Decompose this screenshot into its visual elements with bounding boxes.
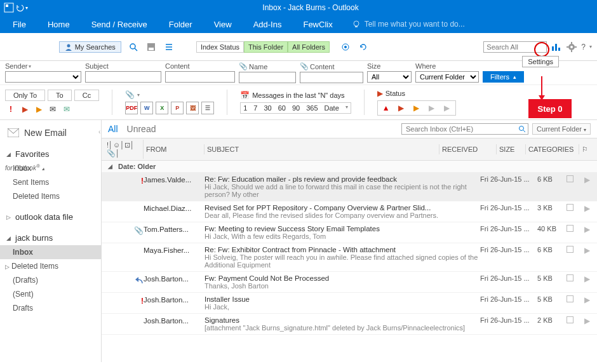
category-box[interactable] — [567, 246, 574, 253]
col-categories[interactable]: CATEGORIES — [526, 144, 579, 154]
refresh-icon[interactable] — [358, 41, 369, 53]
flag-icon[interactable]: ▶ — [584, 316, 590, 325]
mail-row[interactable]: Josh.Barton...Signatures[attachment "Jac… — [102, 314, 597, 335]
search-inbox-input[interactable] — [401, 123, 528, 135]
tab-addins[interactable]: Add-Ins — [245, 16, 291, 33]
filter-size-select[interactable]: All — [367, 71, 412, 83]
img-icon[interactable]: 🖼 — [186, 102, 199, 114]
envelope-icon[interactable]: ✉ — [47, 104, 58, 115]
datafile-header[interactable]: ▷outlook data file — [0, 210, 101, 224]
account-item-1[interactable]: ▷Deleted Items — [0, 259, 101, 273]
tab-folder[interactable]: Folder — [160, 16, 201, 33]
tab-send-receive[interactable]: Send / Receive — [83, 16, 156, 33]
days-365[interactable]: 365 — [306, 104, 318, 112]
tab-fewclix[interactable]: FewClix — [294, 16, 341, 33]
flag-icon[interactable]: ▶ — [584, 246, 590, 255]
help-button[interactable]: ? — [581, 43, 586, 51]
category-box[interactable] — [567, 204, 574, 211]
new-email-button[interactable]: New Email — [0, 124, 101, 142]
category-box[interactable] — [567, 175, 574, 182]
tell-me[interactable]: Tell me what you want to do... — [352, 20, 465, 29]
my-searches-button[interactable]: My Searches — [59, 41, 121, 53]
favorites-header[interactable]: ◢Favorites — [0, 147, 101, 161]
category-box[interactable] — [567, 274, 574, 281]
days-date[interactable]: Date — [325, 104, 339, 112]
col-subject[interactable]: SUBJECT — [205, 144, 439, 154]
days-7[interactable]: 7 — [253, 104, 257, 112]
flag-red-icon[interactable]: ▶ — [19, 104, 30, 115]
filter-sender-input[interactable] — [5, 71, 81, 83]
xls-icon[interactable]: X — [156, 102, 168, 114]
save-icon[interactable] — [145, 41, 157, 53]
search-scope-dropdown[interactable]: Current Folder ▾ — [532, 123, 591, 135]
chip-cc[interactable]: Cc — [74, 90, 99, 101]
days-60[interactable]: 60 — [278, 104, 286, 112]
category-box[interactable] — [567, 316, 574, 323]
mail-row[interactable]: !James.Valde...Re: Fw: Education mailer … — [102, 173, 597, 201]
search-icon[interactable] — [518, 125, 526, 133]
col-icons[interactable]: !│☺│⊡│📎│ — [104, 140, 144, 159]
category-box[interactable] — [567, 225, 574, 232]
filter-attcontent-input[interactable] — [300, 72, 363, 83]
flag-icon[interactable]: ▶ — [584, 225, 590, 234]
search-icon[interactable] — [128, 41, 139, 53]
flag-icon[interactable]: ▶ — [584, 274, 590, 283]
pdf-icon[interactable]: PDF — [125, 102, 138, 114]
filter-attname-input[interactable] — [239, 72, 296, 83]
zip-icon[interactable]: ☰ — [201, 102, 214, 114]
chip-only-to[interactable]: Only To — [5, 90, 45, 101]
fav-inbox[interactable]: Inbox — [0, 161, 101, 175]
mail-row[interactable]: 📎Tom.Patters...Fw: Meeting to review Suc… — [102, 222, 597, 243]
chip-to[interactable]: To — [48, 90, 72, 101]
tab-all[interactable]: All — [108, 123, 118, 135]
search-all-input[interactable] — [483, 41, 547, 53]
importance-icon[interactable]: ! — [5, 104, 17, 115]
filter-where-select[interactable]: Current Folder — [415, 71, 479, 83]
mail-row[interactable]: !Josh.Barton...Installer IssueHi Jack,Fr… — [102, 293, 597, 314]
index-all-folders[interactable]: All Folders — [288, 41, 330, 53]
chart-icon[interactable] — [551, 41, 562, 53]
days-90[interactable]: 90 — [292, 104, 300, 112]
tab-unread[interactable]: Unread — [127, 123, 156, 135]
account-header[interactable]: ◢jack burns — [0, 231, 101, 245]
account-item-0[interactable]: Inbox — [0, 245, 101, 259]
doc-icon[interactable]: W — [140, 102, 153, 114]
status-flag4-icon[interactable]: ▶ — [441, 102, 453, 114]
fav-deleted[interactable]: Deleted Items — [0, 189, 101, 203]
col-received[interactable]: RECEIVED — [439, 144, 497, 154]
status-flag1-icon[interactable]: ▶ — [396, 102, 407, 114]
group-header[interactable]: ◢Date: Older — [102, 161, 597, 173]
days-selector[interactable]: 1 7 30 60 90 365 Date▾ — [240, 102, 351, 114]
gear-icon[interactable] — [566, 41, 577, 53]
account-item-4[interactable]: Drafts — [0, 301, 101, 315]
tab-view[interactable]: View — [205, 16, 241, 33]
mail-row[interactable]: Maya.Fisher...Re: Fw: Exhibitor Contract… — [102, 243, 597, 272]
status-flag2-icon[interactable]: ▶ — [411, 102, 422, 114]
fav-sent[interactable]: Sent Items — [0, 175, 101, 189]
category-box[interactable] — [567, 295, 574, 302]
envelope-open-icon[interactable]: ✉ — [61, 104, 72, 115]
account-item-3[interactable]: (Sent) — [0, 287, 101, 301]
flag-orange-icon[interactable]: ▶ — [33, 104, 44, 115]
col-flag[interactable]: ⚐ — [579, 144, 594, 155]
status-alert-icon[interactable]: ▲ — [380, 102, 392, 114]
index-this-folder[interactable]: This Folder — [244, 41, 288, 53]
settings-small-icon[interactable] — [340, 41, 351, 53]
ppt-icon[interactable]: P — [171, 102, 184, 114]
account-item-2[interactable]: (Drafts) — [0, 273, 101, 287]
flag-icon[interactable]: ▶ — [584, 295, 590, 304]
col-from[interactable]: FROM — [144, 144, 205, 154]
mail-row[interactable]: Josh.Barton...Fw: Payment Could Not Be P… — [102, 272, 597, 293]
days-1[interactable]: 1 — [243, 104, 247, 112]
days-30[interactable]: 30 — [264, 104, 271, 112]
list-icon[interactable] — [163, 41, 175, 53]
filter-subject-input[interactable] — [85, 71, 161, 83]
mail-row[interactable]: Michael.Diaz...Revised Set for PPT Repos… — [102, 201, 597, 222]
col-size[interactable]: SIZE — [497, 144, 526, 154]
filter-content-input[interactable] — [165, 71, 235, 83]
flag-icon[interactable]: ▶ — [584, 175, 590, 184]
flag-icon[interactable]: ▶ — [584, 204, 590, 213]
status-flag3-icon[interactable]: ▶ — [426, 102, 438, 114]
sidebar-collapse-handle[interactable]: ‹ — [98, 128, 100, 135]
filters-button[interactable]: Filters — [483, 71, 524, 83]
